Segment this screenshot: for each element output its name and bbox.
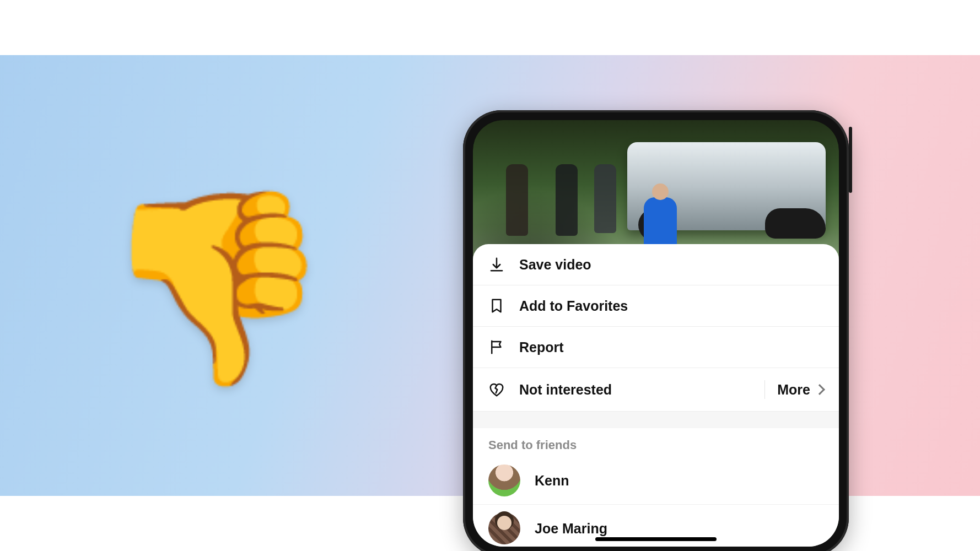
vertical-divider xyxy=(764,380,765,399)
add-favorites-label: Add to Favorites xyxy=(519,298,628,314)
flag-icon xyxy=(488,339,505,355)
bookmark-icon xyxy=(488,298,505,314)
letterbox-top xyxy=(0,0,980,55)
home-indicator[interactable] xyxy=(595,537,717,541)
avatar xyxy=(488,512,520,544)
phone-screen: Save video Add to Favorites xyxy=(473,120,839,547)
more-label: More xyxy=(777,382,810,398)
chevron-right-icon xyxy=(814,384,825,395)
phone-frame: Save video Add to Favorites xyxy=(463,110,849,551)
action-sheet: Save video Add to Favorites xyxy=(473,244,839,547)
not-interested-label: Not interested xyxy=(519,382,612,398)
not-interested-item[interactable]: Not interested xyxy=(488,381,752,398)
friend-name: Joe Maring xyxy=(535,521,607,537)
report-label: Report xyxy=(519,339,564,355)
phone-side-button xyxy=(849,127,852,193)
friend-item-kenn[interactable]: Kenn xyxy=(473,457,839,505)
background-gradient: 👎 xyxy=(0,0,980,551)
thumbs-down-emoji: 👎 xyxy=(99,193,333,380)
more-button[interactable]: More xyxy=(777,382,823,398)
report-item[interactable]: Report xyxy=(473,327,839,368)
friend-name: Kenn xyxy=(535,473,569,489)
broken-heart-icon xyxy=(488,381,505,398)
avatar xyxy=(488,464,520,496)
send-to-friends-title: Send to friends xyxy=(473,428,839,457)
save-video-label: Save video xyxy=(519,257,591,273)
section-gap xyxy=(473,412,839,428)
save-video-item[interactable]: Save video xyxy=(473,244,839,285)
not-interested-row: Not interested More xyxy=(473,368,839,412)
download-icon xyxy=(488,256,505,273)
add-favorites-item[interactable]: Add to Favorites xyxy=(473,285,839,327)
